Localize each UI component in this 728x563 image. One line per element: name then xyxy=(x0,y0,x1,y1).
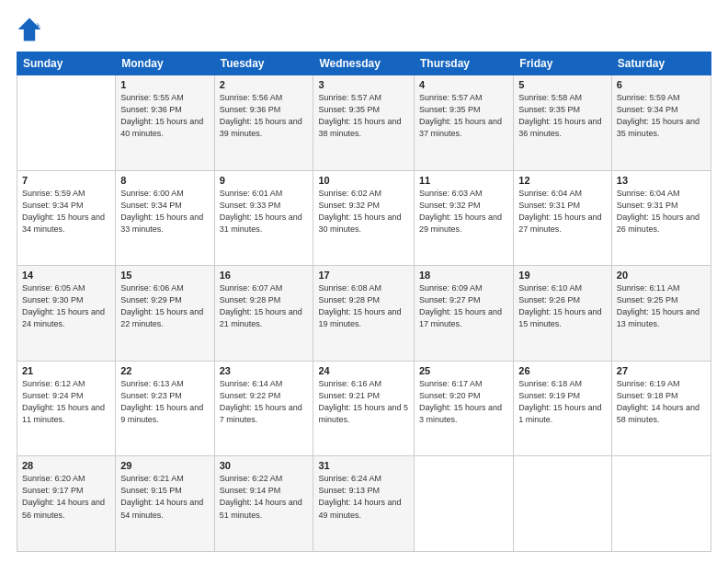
day-number: 24 xyxy=(318,365,409,376)
day-number: 27 xyxy=(617,365,706,376)
day-number: 5 xyxy=(518,79,607,90)
cell-content: Sunrise: 6:22 AM Sunset: 9:14 PM Dayligh… xyxy=(220,473,309,521)
calendar-cell: 27Sunrise: 6:19 AM Sunset: 9:18 PM Dayli… xyxy=(611,361,711,456)
cell-content: Sunrise: 6:16 AM Sunset: 9:21 PM Dayligh… xyxy=(318,378,409,426)
calendar-cell: 26Sunrise: 6:18 AM Sunset: 9:19 PM Dayli… xyxy=(514,361,612,456)
week-row-1: 1Sunrise: 5:55 AM Sunset: 9:36 PM Daylig… xyxy=(17,75,711,171)
calendar-cell: 17Sunrise: 6:08 AM Sunset: 9:28 PM Dayli… xyxy=(313,266,415,362)
calendar-cell: 19Sunrise: 6:10 AM Sunset: 9:26 PM Dayli… xyxy=(514,266,612,362)
day-number: 22 xyxy=(120,365,209,376)
day-number: 3 xyxy=(318,79,409,90)
calendar-cell: 7Sunrise: 5:59 AM Sunset: 9:34 PM Daylig… xyxy=(17,170,116,266)
cell-content: Sunrise: 5:57 AM Sunset: 9:35 PM Dayligh… xyxy=(318,92,409,140)
calendar-cell: 23Sunrise: 6:14 AM Sunset: 9:22 PM Dayli… xyxy=(214,361,313,456)
header-cell-saturday: Saturday xyxy=(611,52,711,75)
logo xyxy=(17,17,46,42)
cell-content: Sunrise: 6:05 AM Sunset: 9:30 PM Dayligh… xyxy=(22,282,110,330)
calendar-cell: 20Sunrise: 6:11 AM Sunset: 9:25 PM Dayli… xyxy=(611,266,711,362)
header xyxy=(17,17,711,42)
cell-content: Sunrise: 6:13 AM Sunset: 9:23 PM Dayligh… xyxy=(120,378,209,426)
cell-content: Sunrise: 6:08 AM Sunset: 9:28 PM Dayligh… xyxy=(318,282,409,330)
cell-content: Sunrise: 6:20 AM Sunset: 9:17 PM Dayligh… xyxy=(22,473,110,521)
day-number: 19 xyxy=(518,270,607,281)
calendar-cell: 25Sunrise: 6:17 AM Sunset: 9:20 PM Dayli… xyxy=(415,361,514,456)
calendar-cell: 6Sunrise: 5:59 AM Sunset: 9:34 PM Daylig… xyxy=(611,75,711,171)
calendar-cell: 2Sunrise: 5:56 AM Sunset: 9:36 PM Daylig… xyxy=(214,75,313,171)
day-number: 25 xyxy=(419,365,508,376)
day-number: 14 xyxy=(22,270,110,281)
cell-content: Sunrise: 6:18 AM Sunset: 9:19 PM Dayligh… xyxy=(518,378,607,426)
calendar-cell: 9Sunrise: 6:01 AM Sunset: 9:33 PM Daylig… xyxy=(214,170,313,266)
calendar-cell: 28Sunrise: 6:20 AM Sunset: 9:17 PM Dayli… xyxy=(17,456,116,552)
header-row: SundayMondayTuesdayWednesdayThursdayFrid… xyxy=(17,52,711,75)
cell-content: Sunrise: 6:02 AM Sunset: 9:32 PM Dayligh… xyxy=(318,188,409,236)
cell-content: Sunrise: 6:14 AM Sunset: 9:22 PM Dayligh… xyxy=(220,378,309,426)
calendar-cell: 16Sunrise: 6:07 AM Sunset: 9:28 PM Dayli… xyxy=(214,266,313,362)
day-number: 18 xyxy=(419,270,508,281)
day-number: 31 xyxy=(318,460,409,471)
calendar-cell: 24Sunrise: 6:16 AM Sunset: 9:21 PM Dayli… xyxy=(313,361,415,456)
svg-marker-0 xyxy=(18,18,41,41)
cell-content: Sunrise: 6:04 AM Sunset: 9:31 PM Dayligh… xyxy=(518,188,607,236)
day-number: 13 xyxy=(617,175,706,186)
calendar-cell xyxy=(17,75,116,171)
calendar-body: 1Sunrise: 5:55 AM Sunset: 9:36 PM Daylig… xyxy=(17,75,711,552)
calendar-cell: 29Sunrise: 6:21 AM Sunset: 9:15 PM Dayli… xyxy=(116,456,214,552)
cell-content: Sunrise: 5:59 AM Sunset: 9:34 PM Dayligh… xyxy=(22,188,110,236)
day-number: 8 xyxy=(120,175,209,186)
calendar-cell: 14Sunrise: 6:05 AM Sunset: 9:30 PM Dayli… xyxy=(17,266,116,362)
week-row-5: 28Sunrise: 6:20 AM Sunset: 9:17 PM Dayli… xyxy=(17,456,711,552)
header-cell-sunday: Sunday xyxy=(17,52,116,75)
calendar-cell: 30Sunrise: 6:22 AM Sunset: 9:14 PM Dayli… xyxy=(214,456,313,552)
calendar-cell: 1Sunrise: 5:55 AM Sunset: 9:36 PM Daylig… xyxy=(116,75,214,171)
logo-icon xyxy=(17,17,42,42)
week-row-3: 14Sunrise: 6:05 AM Sunset: 9:30 PM Dayli… xyxy=(17,266,711,362)
calendar-cell: 21Sunrise: 6:12 AM Sunset: 9:24 PM Dayli… xyxy=(17,361,116,456)
cell-content: Sunrise: 6:03 AM Sunset: 9:32 PM Dayligh… xyxy=(419,188,508,236)
cell-content: Sunrise: 6:04 AM Sunset: 9:31 PM Dayligh… xyxy=(617,188,706,236)
day-number: 12 xyxy=(518,175,607,186)
calendar-cell xyxy=(415,456,514,552)
day-number: 6 xyxy=(617,79,706,90)
cell-content: Sunrise: 6:12 AM Sunset: 9:24 PM Dayligh… xyxy=(22,378,110,426)
week-row-2: 7Sunrise: 5:59 AM Sunset: 9:34 PM Daylig… xyxy=(17,170,711,266)
cell-content: Sunrise: 6:11 AM Sunset: 9:25 PM Dayligh… xyxy=(617,282,706,330)
cell-content: Sunrise: 5:56 AM Sunset: 9:36 PM Dayligh… xyxy=(220,92,309,140)
cell-content: Sunrise: 6:10 AM Sunset: 9:26 PM Dayligh… xyxy=(518,282,607,330)
cell-content: Sunrise: 6:21 AM Sunset: 9:15 PM Dayligh… xyxy=(120,473,209,521)
calendar-cell: 13Sunrise: 6:04 AM Sunset: 9:31 PM Dayli… xyxy=(611,170,711,266)
calendar-table: SundayMondayTuesdayWednesdayThursdayFrid… xyxy=(17,52,711,552)
calendar-header: SundayMondayTuesdayWednesdayThursdayFrid… xyxy=(17,52,711,75)
calendar-cell: 12Sunrise: 6:04 AM Sunset: 9:31 PM Dayli… xyxy=(514,170,612,266)
calendar-cell: 22Sunrise: 6:13 AM Sunset: 9:23 PM Dayli… xyxy=(116,361,214,456)
calendar-cell xyxy=(611,456,711,552)
cell-content: Sunrise: 6:19 AM Sunset: 9:18 PM Dayligh… xyxy=(617,378,706,426)
calendar-cell: 18Sunrise: 6:09 AM Sunset: 9:27 PM Dayli… xyxy=(415,266,514,362)
page: SundayMondayTuesdayWednesdayThursdayFrid… xyxy=(0,0,728,563)
calendar-cell: 8Sunrise: 6:00 AM Sunset: 9:34 PM Daylig… xyxy=(116,170,214,266)
day-number: 17 xyxy=(318,270,409,281)
cell-content: Sunrise: 6:24 AM Sunset: 9:13 PM Dayligh… xyxy=(318,473,409,521)
calendar-cell xyxy=(514,456,612,552)
calendar-cell: 10Sunrise: 6:02 AM Sunset: 9:32 PM Dayli… xyxy=(313,170,415,266)
day-number: 20 xyxy=(617,270,706,281)
day-number: 4 xyxy=(419,79,508,90)
calendar-cell: 15Sunrise: 6:06 AM Sunset: 9:29 PM Dayli… xyxy=(116,266,214,362)
day-number: 9 xyxy=(220,175,309,186)
cell-content: Sunrise: 6:00 AM Sunset: 9:34 PM Dayligh… xyxy=(120,188,209,236)
day-number: 1 xyxy=(120,79,209,90)
cell-content: Sunrise: 6:17 AM Sunset: 9:20 PM Dayligh… xyxy=(419,378,508,426)
day-number: 30 xyxy=(220,460,309,471)
day-number: 11 xyxy=(419,175,508,186)
day-number: 29 xyxy=(120,460,209,471)
cell-content: Sunrise: 6:09 AM Sunset: 9:27 PM Dayligh… xyxy=(419,282,508,330)
header-cell-wednesday: Wednesday xyxy=(313,52,415,75)
header-cell-thursday: Thursday xyxy=(415,52,514,75)
day-number: 16 xyxy=(220,270,309,281)
header-cell-monday: Monday xyxy=(116,52,214,75)
cell-content: Sunrise: 5:59 AM Sunset: 9:34 PM Dayligh… xyxy=(617,92,706,140)
week-row-4: 21Sunrise: 6:12 AM Sunset: 9:24 PM Dayli… xyxy=(17,361,711,456)
day-number: 15 xyxy=(120,270,209,281)
header-cell-friday: Friday xyxy=(514,52,612,75)
day-number: 2 xyxy=(220,79,309,90)
